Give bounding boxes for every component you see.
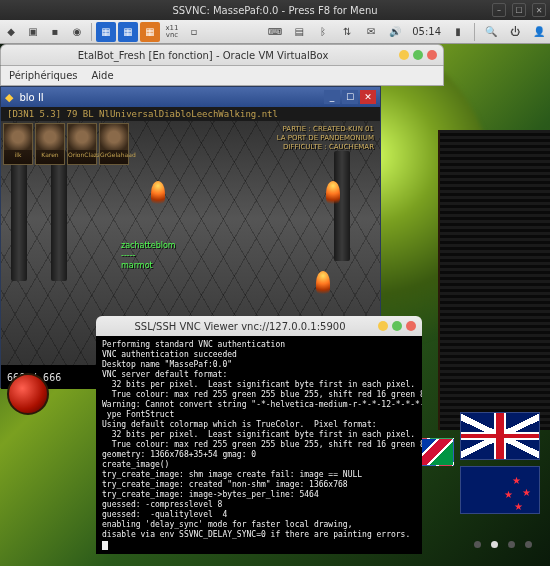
- terminal-line: Warning: Cannot convert string "-*-helve…: [102, 400, 416, 410]
- quest-text: PARTIE : CREATED-KUN 01 LA PORT DE PANDE…: [277, 125, 374, 152]
- terminal-line: guessed: -qualitylevel 4: [102, 510, 416, 520]
- close-icon[interactable]: ✕: [532, 3, 546, 17]
- battery-icon[interactable]: ▮: [448, 22, 468, 42]
- maximize-icon[interactable]: ☐: [512, 3, 526, 17]
- minimize-button[interactable]: [399, 50, 409, 60]
- party-portrait[interactable]: OrionClazzI: [67, 123, 97, 165]
- party-portrait[interactable]: Karen: [35, 123, 65, 165]
- maximize-button[interactable]: ☐: [342, 90, 358, 104]
- keyboard-icon[interactable]: ⌨: [265, 22, 285, 42]
- diablo2-title: blo II: [19, 92, 43, 103]
- menu-peripheriques[interactable]: Périphériques: [9, 70, 78, 81]
- terminal-line: geometry: 1366x768+35+54 gmag: 0: [102, 450, 416, 460]
- bot-status-bar: [D3N1 5.3] 79 BL NlUniversalDiabloLeechW…: [1, 107, 380, 121]
- terminal-title: SSL/SSH VNC Viewer vnc://127.0.0.1:5900: [102, 321, 378, 332]
- torch-icon: [326, 181, 340, 205]
- taskbar-item[interactable]: ▦: [118, 22, 138, 42]
- terminal-line: disable via env SSVNC_DELAY_SYNC=0 if th…: [102, 530, 416, 540]
- taskbar-item[interactable]: ▫: [184, 22, 204, 42]
- party-portraits: ilk Karen OrionClazzI GrGelahaad: [3, 123, 129, 165]
- virtualbox-window: EtalBot_Fresh [En fonction] - Oracle VM …: [0, 44, 444, 86]
- diablo2-titlebar[interactable]: ◆ blo II _ ☐ ✕: [1, 87, 380, 107]
- sound-icon[interactable]: 🔊: [385, 22, 405, 42]
- flag-nz: ★ ★ ★ ★: [460, 466, 540, 514]
- terminal-line: Desktop name "MassePaf:0.0": [102, 360, 416, 370]
- pager-dot-active[interactable]: [491, 541, 498, 548]
- party-portrait[interactable]: ilk: [3, 123, 33, 165]
- apps-menu-icon[interactable]: ◆: [1, 22, 21, 42]
- search-icon[interactable]: 🔍: [481, 22, 501, 42]
- ssvnc-title: SSVNC: MassePaf:0.0 - Press F8 for Menu: [172, 5, 377, 16]
- pillar: [11, 161, 27, 281]
- virtualbox-menubar: Périphériques Aide: [0, 66, 444, 86]
- terminal-line: ype FontStruct: [102, 410, 416, 420]
- taskbar-item[interactable]: ▦: [96, 22, 116, 42]
- files-icon[interactable]: ▣: [23, 22, 43, 42]
- terminal-line: enabling 'delay_sync' mode for faster lo…: [102, 520, 416, 530]
- terminal-line: Using default colormap which is TrueColo…: [102, 420, 416, 430]
- x11vnc-label[interactable]: x11 vnc: [162, 22, 182, 42]
- pillar: [51, 151, 67, 281]
- browser-icon[interactable]: ◉: [67, 22, 87, 42]
- close-button[interactable]: [427, 50, 437, 60]
- virtualbox-titlebar[interactable]: EtalBot_Fresh [En fonction] - Oracle VM …: [0, 44, 444, 66]
- taskbar-item[interactable]: ▦: [140, 22, 160, 42]
- vnc-terminal-window: SSL/SSH VNC Viewer vnc://127.0.0.1:5900 …: [96, 316, 422, 554]
- ssvnc-titlebar: SSVNC: MassePaf:0.0 - Press F8 for Menu …: [0, 0, 550, 20]
- close-button[interactable]: [406, 321, 416, 331]
- torch-icon: [151, 181, 165, 205]
- user-icon[interactable]: 👤: [529, 22, 549, 42]
- terminal-line: 32 bits per pixel. Least significant byt…: [102, 380, 416, 390]
- workspace-pager[interactable]: [474, 541, 532, 548]
- terminal-line: Performing standard VNC authentication: [102, 340, 416, 350]
- close-button[interactable]: ✕: [360, 90, 376, 104]
- desktop-panel: ◆ ▣ ▪ ◉ ▦ ▦ ▦ x11 vnc ▫ ⌨ ▤ ᛒ ⇅ ✉ 🔊 05:1…: [0, 20, 550, 44]
- terminal-line: 32 bits per pixel. Least significant byt…: [102, 430, 416, 440]
- bot-status-text: [D3N1 5.3] 79 BL NlUniversalDiabloLeechW…: [7, 109, 278, 119]
- party-portrait[interactable]: GrGelahaad: [99, 123, 129, 165]
- maximize-button[interactable]: [392, 321, 402, 331]
- terminal-line: VNC server default format:: [102, 370, 416, 380]
- virtualbox-title: EtalBot_Fresh [En fonction] - Oracle VM …: [7, 50, 399, 61]
- action-text: zachatteblom ----- marmot: [121, 241, 176, 271]
- torch-icon: [316, 271, 330, 295]
- minimize-icon[interactable]: –: [492, 3, 506, 17]
- terminal-cursor: [102, 540, 416, 550]
- terminal-line: guessed: -compresslevel 8: [102, 500, 416, 510]
- minimize-button[interactable]: _: [324, 90, 340, 104]
- bluetooth-icon[interactable]: ᛒ: [313, 22, 333, 42]
- terminal-line: True colour: max red 255 green 255 blue …: [102, 390, 416, 400]
- terminal-line: True colour: max red 255 green 255 blue …: [102, 440, 416, 450]
- pager-dot[interactable]: [474, 541, 481, 548]
- mail-icon[interactable]: ✉: [361, 22, 381, 42]
- clock[interactable]: 05:14: [412, 26, 441, 37]
- network-icon[interactable]: ⇅: [337, 22, 357, 42]
- terminal-line: try_create_image: image->bytes_per_line:…: [102, 490, 416, 500]
- shutdown-icon[interactable]: ⏻: [505, 22, 525, 42]
- pager-dot[interactable]: [508, 541, 515, 548]
- pillar: [334, 151, 350, 261]
- minimize-button[interactable]: [378, 321, 388, 331]
- flag-uk: [460, 412, 540, 460]
- terminal-line: VNC authentication succeeded: [102, 350, 416, 360]
- terminal-line: try_create_image: created "non-shm" imag…: [102, 480, 416, 490]
- maximize-button[interactable]: [413, 50, 423, 60]
- terminal-line: create_image(): [102, 460, 416, 470]
- health-orb[interactable]: [7, 373, 49, 415]
- cpu-icon[interactable]: ▤: [289, 22, 309, 42]
- menu-aide[interactable]: Aide: [92, 70, 114, 81]
- terminal-titlebar[interactable]: SSL/SSH VNC Viewer vnc://127.0.0.1:5900: [96, 316, 422, 336]
- terminal-icon[interactable]: ▪: [45, 22, 65, 42]
- pager-dot[interactable]: [525, 541, 532, 548]
- game-icon: ◆: [5, 91, 13, 104]
- flag-decor: ★ ★ ★ ★: [410, 412, 540, 522]
- terminal-output[interactable]: Performing standard VNC authentication V…: [96, 336, 422, 554]
- terminal-line: try_create_image: shm image create fail:…: [102, 470, 416, 480]
